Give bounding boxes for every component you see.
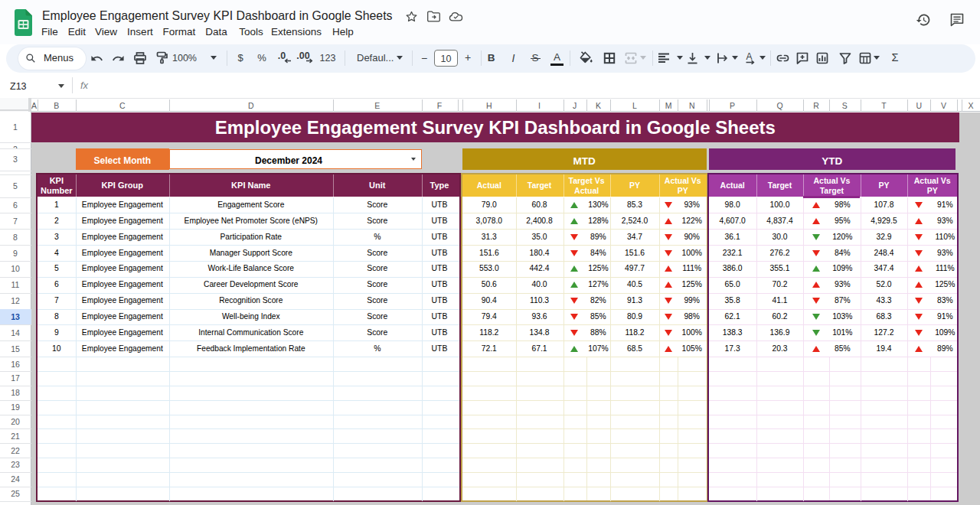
svg-text:A: A xyxy=(746,51,753,62)
